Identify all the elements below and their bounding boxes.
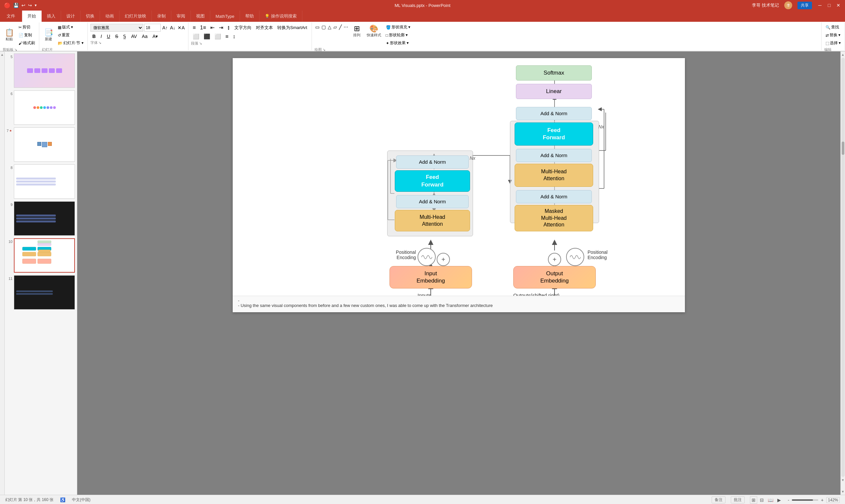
smartart[interactable]: 转换为SmartArt [276,24,309,31]
zoom-slider[interactable] [792,499,818,501]
copy-button[interactable]: 📄 复制 [17,32,36,39]
font-size-increase[interactable]: A↑ [162,24,168,31]
slide-thumb-11[interactable]: 11 [6,275,76,310]
font-size-input[interactable] [144,24,161,32]
bold-button[interactable]: B [90,33,98,40]
slideshow-view-button[interactable]: ▶ [776,497,782,503]
close-button[interactable]: ✕ [836,3,841,8]
quick-access-save[interactable]: 💾 [13,3,19,8]
tab-slideshow[interactable]: 幻灯片放映 [120,11,152,22]
bullets-button[interactable]: ≡ [191,24,197,31]
italic-button[interactable]: I [99,33,104,40]
font-family-select[interactable]: 微软雅黑 [90,24,143,32]
quick-access-more[interactable]: ▾ [35,3,37,7]
tab-review[interactable]: 审阅 [171,11,191,22]
reading-view-button[interactable]: 📖 [767,497,775,503]
slide-canvas[interactable]: Nx Add & Norm FeedForward Add & Norm Mul… [233,58,685,312]
minimize-button[interactable]: ─ [817,3,823,8]
notes-button[interactable]: 备注 [712,497,725,503]
tab-file[interactable]: 文件 [0,11,22,22]
tab-search[interactable]: 💡 操作说明搜索 [259,11,302,22]
quick-access-redo[interactable]: ↪ [28,3,32,8]
zoom-bar: - + 142% [788,497,840,503]
slide-thumb-10[interactable]: 10 [6,238,76,273]
zoom-level[interactable]: 142% [826,497,840,503]
para-expand-icon[interactable]: ↘ [199,41,202,46]
col-layout[interactable]: ⫿ [226,24,232,31]
tab-help[interactable]: 帮助 [240,11,259,22]
section-button[interactable]: 📂 幻灯片·节 ▾ [56,40,85,47]
align-text[interactable]: 对齐文本 [254,24,275,31]
softmax-label: Softmax [544,69,564,76]
tab-mathtype[interactable]: MathType [210,11,240,22]
layout-button[interactable]: ▦ 版式 ▾ [56,24,85,31]
decrease-indent[interactable]: ⇤ [209,24,216,31]
zoom-in-button[interactable]: + [821,498,824,503]
shadow-button[interactable]: S̲ [121,33,128,40]
tab-view[interactable]: 视图 [191,11,210,22]
normal-view-button[interactable]: ⊞ [750,497,757,504]
shape-fill-button[interactable]: 🪣 形状填充 ▾ [384,24,412,31]
shape-line[interactable]: ╱ [338,24,342,30]
window-controls[interactable]: ─ □ ✕ [817,3,841,8]
slide-thumb-6[interactable]: 6 [6,90,76,125]
scroll-top-button[interactable]: ▲ [841,52,845,57]
slide-thumb-7[interactable]: 7 ★ [6,127,76,162]
scroll-up-btn[interactable]: ▲ [1,53,4,56]
quick-access-undo[interactable]: ↩ [21,3,25,8]
slide-img-6 [14,90,75,125]
share-btn[interactable]: 共享 [797,2,812,9]
increase-indent[interactable]: ⇥ [217,24,225,31]
tab-transitions[interactable]: 切换 [80,11,100,22]
replace-button[interactable]: ⇄ 替换 ▾ [824,32,842,39]
maximize-button[interactable]: □ [827,3,832,8]
quick-styles-button[interactable]: 🎨 快速样式 [365,24,383,39]
shape-more[interactable]: ⋯ [343,24,349,30]
reset-button[interactable]: ↺ 重置 [56,32,85,39]
scroll-bottom-button[interactable]: ▼ [841,478,845,483]
font-expand-icon[interactable]: ↘ [98,41,101,45]
zoom-out-button[interactable]: - [788,498,789,503]
tab-record[interactable]: 录制 [152,11,171,22]
comments-button[interactable]: 批注 [731,497,745,503]
tab-design[interactable]: 设计 [61,11,80,22]
align-left[interactable]: ⬜ [191,33,201,40]
shape-tri[interactable]: △ [327,24,332,30]
align-right[interactable]: ⬜ [213,33,223,40]
cut-button[interactable]: ✂ 剪切 [17,24,36,31]
encoder-nx-label: Nx [470,156,475,161]
char-spacing-button[interactable]: AV [129,33,139,40]
arrange-button[interactable]: ⊞ 排列 [350,24,363,39]
find-button[interactable]: 🔍 查找 [824,24,842,31]
numbering-button[interactable]: 1≡ [198,24,208,31]
change-case-button[interactable]: Aa [140,33,149,40]
select-button[interactable]: ⬚ 选择 ▾ [824,40,842,47]
font-color-button[interactable]: A▾ [150,33,160,40]
underline-button[interactable]: U [105,33,112,40]
align-center[interactable]: ⬛ [202,33,212,40]
slide-sorter-button[interactable]: ⊟ [758,497,765,503]
text-direction[interactable]: 文字方向 [233,24,253,31]
tab-animations[interactable]: 动画 [100,11,120,22]
shape-effect-button[interactable]: ✦ 形状效果 ▾ [384,40,412,47]
line-spacing[interactable]: ↕ [231,33,237,40]
clear-format-button[interactable]: ✕A [177,24,185,31]
font-size-decrease[interactable]: A↓ [169,24,176,31]
slide-thumb-8[interactable]: 8 [6,164,76,199]
scroll-far-btn[interactable]: ▼ [841,489,845,494]
shape-para[interactable]: ▱ [333,24,338,30]
justify[interactable]: ≡ [224,33,230,40]
shape-outline-button[interactable]: □ 形状轮廓 ▾ [384,32,412,39]
tab-home[interactable]: 开始 [22,11,41,22]
slide-thumb-5[interactable]: 5 [6,53,76,88]
strikethrough-button[interactable]: S [113,33,120,40]
tab-insert[interactable]: 插入 [41,11,61,22]
scroll-thumb[interactable] [842,142,844,155]
format-painter-button[interactable]: 🖌 格式刷 [17,40,36,47]
shape-rounded[interactable]: ▢ [321,24,326,30]
font-label: 字体 ↘ [90,40,185,45]
shape-rect[interactable]: ▭ [314,24,320,30]
paste-button[interactable]: 📋 粘贴 [3,28,16,42]
new-slide-button[interactable]: 📑 新建 [42,28,55,42]
slide-thumb-9[interactable]: 9 [6,201,76,236]
